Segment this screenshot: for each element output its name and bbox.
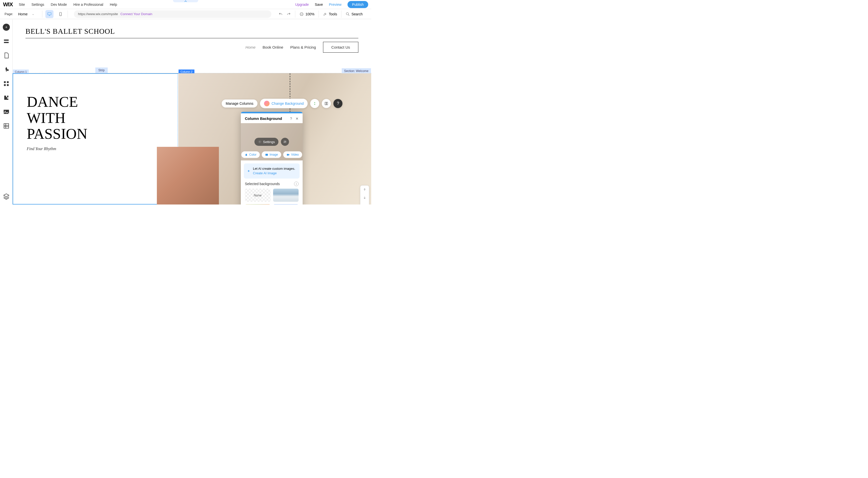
nav-book[interactable]: Book Online [262,45,283,49]
hero-image[interactable] [157,147,219,205]
bg-option-none[interactable]: None [245,189,271,202]
mobile-icon [58,12,63,16]
table-icon [3,123,10,130]
bg-option-mountain[interactable] [273,189,299,202]
layout-button[interactable] [322,99,331,108]
section-label[interactable]: Section: Welcome [342,68,371,74]
sections-button[interactable] [3,38,10,45]
nav-contact[interactable]: Contact Us [323,42,358,53]
pages-button[interactable] [3,52,10,59]
sparkle-icon [247,167,250,175]
theme-button[interactable] [3,66,10,73]
page-icon [3,52,10,59]
panel-help-button[interactable]: ? [290,116,292,121]
menu-help[interactable]: Help [110,2,117,6]
change-background-button[interactable]: Change Background [260,99,308,108]
apps-button[interactable] [3,80,10,87]
menu-hire[interactable]: Hire a Professional [73,2,103,6]
image-icon [3,108,10,115]
add-element-button[interactable] [3,24,10,31]
svg-point-4 [346,12,348,15]
preview-button[interactable]: Preview [329,2,341,6]
menu-bar: WIX Site Settings Dev Mode Hire a Profes… [0,0,371,9]
hero-heading[interactable]: DANCE WITH PASSION [12,73,93,142]
menu-right: Upgrade Save Preview Publish [295,1,368,8]
droplet-icon [245,153,248,157]
svg-rect-8 [4,81,5,83]
hero-subheading[interactable]: Find Your Rhythm [12,142,178,151]
layout-icon [324,102,328,105]
move-down-button[interactable] [360,194,369,202]
create-ai-image-link[interactable]: Create AI Image [253,171,277,175]
page-label: Page: [4,12,13,16]
site-header[interactable]: BELL'S BALLET SCHOOL Home Book Online Pl… [22,19,362,55]
business-button[interactable] [3,94,10,101]
bg-option-food[interactable] [245,204,271,205]
url-text: https://www.wix.com/mysite [78,12,118,16]
address-bar[interactable]: https://www.wix.com/mysite Connect Your … [74,10,271,18]
bg-option-gradient[interactable] [273,204,299,205]
upgrade-link[interactable]: Upgrade [295,2,309,6]
edit-button[interactable] [360,202,369,205]
gear-icon [258,140,261,143]
svg-rect-14 [4,124,8,129]
desktop-view-button[interactable] [45,10,54,18]
panel-close-button[interactable]: ✕ [296,116,299,121]
column-background-panel: Column Background ? ✕ Settings Color Ima… [241,112,303,205]
bg-adjust-button[interactable] [281,138,289,146]
publish-button[interactable]: Publish [347,1,368,8]
redo-button[interactable] [286,12,291,16]
redo-icon [286,12,291,16]
page-selector[interactable]: Home [18,12,28,16]
editor-canvas[interactable]: BELL'S BALLET SCHOOL Home Book Online Pl… [12,19,371,205]
mobile-view-button[interactable] [57,10,65,18]
background-grid: None [241,189,303,205]
connect-domain-link[interactable]: Connect Your Domain [121,12,152,16]
svg-rect-22 [287,154,289,156]
info-button[interactable]: i [294,181,299,186]
menu-settings[interactable]: Settings [32,2,44,6]
layers-button[interactable] [3,193,10,200]
help-button[interactable]: ? [333,99,342,108]
column-1[interactable]: DANCE WITH PASSION Find Your Rhythm [12,73,178,151]
nav-plans[interactable]: Plans & Pricing [290,45,316,49]
bg-type-image[interactable]: Image [262,151,281,158]
tools-button[interactable]: Tools [323,12,337,16]
wix-logo[interactable]: WIX [3,1,13,8]
bg-settings-button[interactable]: Settings [254,138,278,146]
bg-type-video[interactable]: Video [283,151,302,158]
move-up-button[interactable] [360,185,369,194]
svg-point-2 [61,15,61,15]
undo-button[interactable] [278,12,283,16]
separator [42,10,42,18]
search-button[interactable]: Search [345,12,363,16]
sliders-icon [283,140,287,143]
panel-header: Column Background ? ✕ [241,113,303,123]
svg-point-20 [285,141,286,142]
bg-type-color[interactable]: Color [241,151,260,158]
menu-dev-mode[interactable]: Dev Mode [51,2,67,6]
grid-icon [3,80,10,87]
svg-rect-15 [325,102,326,105]
site-nav: Home Book Online Plans & Pricing Contact… [26,38,358,53]
menu-site[interactable]: Site [19,2,25,6]
chevron-down-icon[interactable]: ⌄ [32,12,34,15]
zoom-control[interactable]: 100% [299,12,314,16]
arrow-down-icon [363,196,366,200]
puzzle-icon [3,94,10,101]
content-button[interactable] [3,123,10,130]
save-button[interactable]: Save [315,2,323,6]
manage-columns-button[interactable]: Manage Columns [222,100,257,107]
zoom-out-icon [299,12,304,16]
section-icon [3,38,10,45]
animation-button[interactable] [310,99,319,108]
canvas-tools [360,185,369,205]
pencil-icon [363,204,366,205]
nav-home[interactable]: Home [245,45,255,49]
site-title[interactable]: BELL'S BALLET SCHOOL [26,27,358,35]
strip-label[interactable]: Strip [95,68,108,73]
secondary-bar: Page: Home ⌄ https://www.wix.com/mysite … [0,9,371,19]
theme-icon [3,66,10,73]
menu-items: Site Settings Dev Mode Hire a Profession… [19,2,117,6]
media-button[interactable] [3,108,10,115]
